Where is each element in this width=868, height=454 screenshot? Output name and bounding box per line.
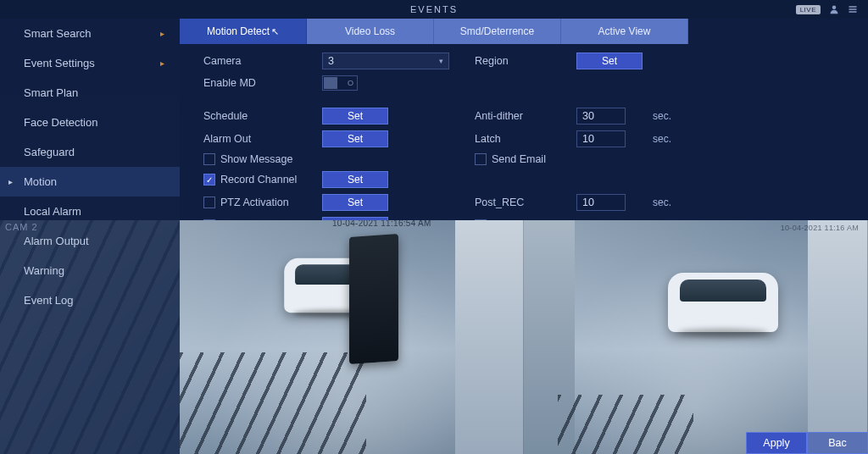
sidebar-item-smart-plan[interactable]: Smart Plan — [0, 78, 180, 108]
ptz-activation-checkbox[interactable] — [203, 197, 215, 208]
toggle-knob — [324, 77, 337, 89]
back-button[interactable]: Bac — [807, 432, 868, 454]
sidebar-item-safeguard[interactable]: Safeguard — [0, 137, 180, 167]
tab-label: Video Loss — [345, 25, 395, 37]
enable-md-toggle[interactable]: O — [322, 75, 358, 91]
sidebar-item-label: Motion — [24, 175, 57, 188]
svg-rect-1 — [849, 6, 857, 8]
timestamp-right: 10-04-2021 11:16 AM — [781, 224, 859, 232]
sidebar-item-label: Smart Plan — [24, 86, 78, 99]
show-message-label: Show Message — [220, 153, 292, 165]
tab-label: Motion Detect — [207, 25, 270, 37]
camera-label: Camera — [203, 55, 322, 67]
sidebar-item-label: Event Settings — [24, 57, 95, 69]
tabs: Motion Detect↖ Video Loss Smd/Deterrence… — [180, 19, 868, 44]
tab-smd-deterrence[interactable]: Smd/Deterrence — [434, 19, 561, 44]
camera-value: 3 — [328, 55, 334, 67]
sidebar-item-event-log[interactable]: Event Log — [0, 285, 180, 315]
tab-label: Smd/Deterrence — [460, 25, 534, 37]
record-channel-label: Record Channel — [220, 174, 297, 185]
menu-icon[interactable] — [848, 4, 858, 14]
topbar: EVENTS LIVE — [0, 0, 868, 19]
cursor-icon: ↖ — [271, 26, 279, 37]
alarm-out-set-button[interactable]: Set — [322, 130, 388, 147]
ptz-set-button[interactable]: Set — [322, 194, 388, 211]
topbar-right: LIVE — [796, 4, 858, 14]
sidebar-item-label: Event Log — [24, 294, 74, 307]
anti-dither-input[interactable]: 30 — [576, 108, 626, 125]
region-label: Region — [475, 55, 576, 67]
svg-point-0 — [832, 6, 837, 10]
sidebar-item-motion[interactable]: Motion — [0, 167, 180, 197]
footer-buttons: Apply Bac — [746, 432, 868, 454]
page-title: EVENTS — [410, 4, 458, 14]
region-set-button[interactable]: Set — [576, 53, 643, 69]
timestamp-left: 10-04-2021 11:16:54 AM — [332, 220, 431, 228]
live-badge[interactable]: LIVE — [796, 5, 821, 14]
record-channel-checkbox[interactable] — [203, 174, 215, 185]
sidebar: Smart Search Event Settings Smart Plan F… — [0, 19, 180, 454]
tab-motion-detect[interactable]: Motion Detect↖ — [180, 19, 307, 44]
svg-rect-2 — [849, 8, 857, 10]
sidebar-item-label: Face Detection — [24, 116, 97, 129]
sidebar-item-label: Safeguard — [24, 146, 75, 158]
tab-active-view[interactable]: Active View — [561, 19, 688, 44]
ptz-activation-label: PTZ Activation — [220, 197, 289, 208]
anti-dither-label: Anti-dither — [475, 110, 576, 122]
alarm-out-label: Alarm Out — [203, 133, 322, 145]
settings-panel: Motion Detect↖ Video Loss Smd/Deterrence… — [180, 19, 868, 220]
sidebar-item-label: Smart Search — [24, 27, 91, 40]
camera-select[interactable]: 3 ▾ — [322, 53, 449, 69]
apply-button[interactable]: Apply — [746, 432, 807, 454]
tab-video-loss[interactable]: Video Loss — [307, 19, 434, 44]
post-rec-input[interactable]: 10 — [576, 194, 626, 211]
record-channel-set-button[interactable]: Set — [322, 171, 388, 188]
unit-sec: sec. — [653, 110, 687, 122]
post-rec-label: Post_REC — [475, 197, 576, 208]
user-icon[interactable] — [829, 4, 839, 14]
video-feed-left[interactable]: 10-04-2021 11:16:54 AM — [180, 220, 524, 454]
schedule-set-button[interactable]: Set — [322, 108, 388, 125]
video-feed-right[interactable]: 10-04-2021 11:16 AM — [524, 220, 868, 454]
camera-overlay-label: CAM 2 — [5, 222, 38, 232]
unit-sec: sec. — [653, 197, 687, 208]
schedule-label: Schedule — [203, 110, 322, 122]
show-message-checkbox[interactable] — [203, 153, 215, 165]
sidebar-item-label: Warning — [24, 264, 64, 277]
svg-rect-3 — [849, 11, 857, 13]
unit-sec: sec. — [653, 133, 687, 145]
tab-label: Active View — [598, 25, 651, 37]
send-email-row[interactable]: Send Email — [475, 153, 576, 165]
send-email-checkbox[interactable] — [475, 153, 487, 165]
sidebar-item-event-settings[interactable]: Event Settings — [0, 48, 180, 78]
record-channel-row[interactable]: Record Channel — [203, 174, 322, 185]
ptz-activation-row[interactable]: PTZ Activation — [203, 197, 322, 208]
latch-input[interactable]: 10 — [576, 130, 626, 147]
sidebar-item-label: Alarm Output — [24, 235, 89, 247]
sidebar-item-label: Local Alarm — [24, 205, 81, 218]
screen: EVENTS LIVE Smart Search Event Settings … — [0, 0, 868, 454]
sidebar-item-warning[interactable]: Warning — [0, 256, 180, 285]
sidebar-item-face-detection[interactable]: Face Detection — [0, 108, 180, 137]
send-email-label: Send Email — [492, 153, 546, 165]
sidebar-item-smart-search[interactable]: Smart Search — [0, 19, 180, 48]
video-grid: 10-04-2021 11:16:54 AM 10-04-2021 11:16 … — [180, 220, 868, 454]
enable-md-label: Enable MD — [203, 77, 322, 89]
latch-label: Latch — [475, 133, 576, 145]
chevron-down-icon: ▾ — [439, 57, 443, 65]
show-message-row[interactable]: Show Message — [203, 153, 322, 165]
